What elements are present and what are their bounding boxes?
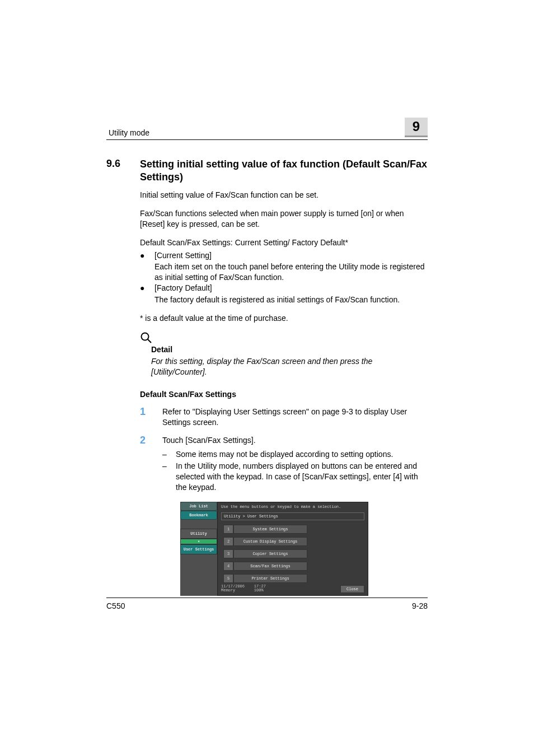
- step-number: 2: [140, 435, 150, 493]
- page-header: Utility mode 9: [106, 118, 428, 140]
- footer-page-number: 9-28: [412, 601, 428, 610]
- tab-bookmark[interactable]: Bookmark: [180, 511, 217, 520]
- footnote: * is a default value at the time of purc…: [140, 313, 428, 324]
- step-text: Touch [Scan/Fax Settings].: [162, 436, 256, 445]
- magnifier-icon: [140, 332, 428, 344]
- section-number: 9.6: [106, 158, 129, 183]
- bullet-icon: ●: [140, 283, 147, 293]
- page-footer: C550 9-28: [106, 598, 428, 610]
- sub-item: Some items may not be displayed accordin…: [176, 449, 393, 460]
- svg-point-0: [142, 333, 149, 340]
- svg-line-1: [148, 339, 151, 343]
- tab-job-list[interactable]: Job List: [180, 502, 217, 511]
- step-2: 2 Touch [Scan/Fax Settings]. – Some item…: [140, 435, 428, 493]
- step-number: 1: [140, 407, 150, 428]
- menu-label: Scan/Fax Settings: [233, 562, 307, 571]
- status-memory-value: 100%: [254, 588, 264, 592]
- status-bar: 11/17/2006 17:27 Memory 100%: [221, 585, 266, 593]
- menu-item-copier-settings[interactable]: 3 Copier Settings: [223, 549, 307, 558]
- step-1: 1 Refer to "Displaying User Settings scr…: [140, 407, 428, 428]
- menu-number: 4: [223, 562, 233, 571]
- bullet-body: The factory default is registered as ini…: [140, 295, 428, 305]
- menu-number: 3: [223, 549, 233, 558]
- menu-number: 5: [223, 574, 233, 583]
- menu-item-printer-settings[interactable]: 5 Printer Settings: [223, 574, 307, 583]
- sub-item: In the Utility mode, numbers displayed o…: [176, 461, 428, 493]
- menu-number: 1: [223, 525, 233, 534]
- step-body: Refer to "Displaying User Settings scree…: [162, 407, 428, 428]
- bullet-title: [Factory Default]: [154, 283, 212, 293]
- close-button[interactable]: Close: [340, 585, 364, 593]
- menu-item-system-settings[interactable]: 1 System Settings: [223, 525, 307, 534]
- bullet-icon: ●: [140, 250, 147, 261]
- running-head: Utility mode: [106, 128, 149, 137]
- body-column: Initial setting value of Fax/Scan functi…: [140, 190, 428, 596]
- bullet-list: ● [Current Setting] Each item set on the…: [140, 250, 428, 305]
- breadcrumb: Utility > User Settings: [221, 512, 364, 520]
- step-body: Touch [Scan/Fax Settings]. – Some items …: [162, 435, 428, 493]
- menu-label: Custom Display Settings: [233, 537, 307, 546]
- hint-text: Use the menu buttons or keypad to make a…: [221, 505, 364, 509]
- sidebar-item-user-settings[interactable]: User Settings: [180, 544, 217, 554]
- sidebar-item-utility[interactable]: Utility: [180, 529, 217, 539]
- bullet-body: Each item set on the touch panel before …: [140, 262, 428, 283]
- menu-number: 2: [223, 537, 233, 546]
- dash-icon: –: [162, 461, 169, 493]
- procedure-heading: Default Scan/Fax Settings: [140, 390, 428, 399]
- status-memory-label: Memory: [221, 588, 235, 592]
- menu-item-custom-display-settings[interactable]: 2 Custom Display Settings: [223, 537, 307, 546]
- menu-item-scan-fax-settings[interactable]: 4 Scan/Fax Settings: [223, 562, 307, 571]
- chevron-down-icon: ▾: [180, 539, 217, 544]
- section-heading: 9.6 Setting initial setting value of fax…: [106, 158, 428, 183]
- paragraph: Fax/Scan functions selected when main po…: [140, 208, 428, 230]
- menu-label: System Settings: [233, 525, 307, 534]
- paragraph: Default Scan/Fax Settings: Current Setti…: [140, 237, 428, 248]
- menu-label: Printer Settings: [233, 574, 307, 583]
- page: Utility mode 9 9.6 Setting initial setti…: [0, 0, 534, 756]
- menu-label: Copier Settings: [233, 549, 307, 558]
- footer-model: C550: [106, 601, 125, 610]
- section-title: Setting initial setting value of fax fun…: [140, 158, 428, 183]
- dash-icon: –: [162, 449, 169, 460]
- detail-body: For this setting, display the Fax/Scan s…: [151, 356, 428, 377]
- sub-list: – Some items may not be displayed accord…: [162, 449, 428, 493]
- bullet-title: [Current Setting]: [154, 250, 212, 261]
- detail-heading: Detail: [151, 345, 428, 354]
- paragraph: Initial setting value of Fax/Scan functi…: [140, 190, 428, 200]
- chapter-number-badge: 9: [405, 118, 428, 137]
- detail-block: Detail For this setting, display the Fax…: [140, 332, 428, 377]
- menu-list: 1 System Settings 2 Custom Display Setti…: [221, 525, 364, 583]
- embedded-screenshot: Job List Bookmark Utility ▾ User Setting…: [180, 502, 368, 596]
